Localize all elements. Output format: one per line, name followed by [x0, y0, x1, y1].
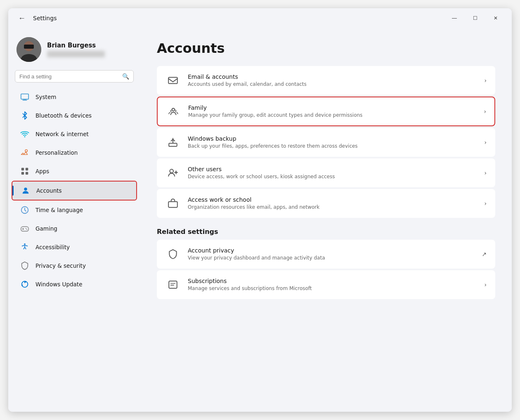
user-name: Brian Burgess [47, 42, 105, 49]
other-users-chevron: › [484, 170, 487, 176]
subscriptions-title: Subscriptions [188, 278, 477, 284]
avatar [17, 37, 41, 62]
svg-rect-9 [21, 168, 24, 170]
sidebar-item-network[interactable]: Network & internet [12, 125, 137, 143]
titlebar-controls: — ☐ ✕ [445, 12, 505, 25]
sidebar-item-accessibility[interactable]: Accessibility [12, 238, 137, 256]
svg-point-7 [24, 136, 26, 137]
account-privacy-text: Account privacy View your privacy dashbo… [188, 247, 474, 262]
sidebar-item-accounts[interactable]: Accounts [12, 181, 137, 201]
sidebar-item-system[interactable]: System [12, 88, 137, 106]
maximize-button[interactable]: ☐ [466, 12, 485, 25]
family-text: Family Manage your family group, edit ac… [188, 104, 476, 119]
update-icon [20, 279, 30, 289]
sidebar-item-privacy[interactable]: Privacy & security [12, 257, 137, 275]
windows-backup-text: Windows backup Back up your files, apps,… [188, 135, 477, 150]
sidebar-label-bluetooth: Bluetooth & devices [35, 112, 92, 119]
email-accounts-title: Email & accounts [188, 73, 477, 80]
access-work-text: Access work or school Organization resou… [188, 196, 477, 211]
user-email [47, 51, 105, 57]
sidebar-label-time: Time & language [35, 207, 83, 213]
svg-rect-20 [169, 143, 177, 146]
system-icon [20, 92, 30, 102]
other-users-icon [165, 165, 180, 180]
sidebar-label-accounts: Accounts [36, 187, 62, 194]
sidebar-item-bluetooth[interactable]: Bluetooth & devices [12, 106, 137, 125]
sidebar-label-apps: Apps [35, 168, 49, 175]
sidebar-label-accessibility: Accessibility [35, 244, 70, 250]
svg-rect-10 [26, 168, 28, 170]
privacy-icon [20, 261, 30, 271]
nav-list: SystemBluetooth & devicesNetwork & inter… [8, 87, 140, 294]
setting-card-access-work[interactable]: Access work or school Organization resou… [157, 189, 495, 218]
subscriptions-chevron: › [484, 281, 487, 288]
windows-backup-icon [165, 135, 180, 150]
svg-point-22 [170, 169, 173, 173]
sidebar-label-personalization: Personalization [35, 149, 78, 156]
user-info: Brian Burgess [47, 42, 105, 57]
search-box[interactable]: 🔍 [15, 70, 134, 83]
email-accounts-icon [165, 73, 180, 88]
subscriptions-icon [165, 277, 180, 292]
setting-card-other-users[interactable]: Other users Device access, work or schoo… [157, 158, 495, 187]
search-input[interactable] [19, 73, 119, 80]
windows-backup-chevron: › [484, 139, 487, 146]
sidebar-label-gaming: Gaming [35, 225, 57, 232]
access-work-chevron: › [484, 200, 487, 207]
gaming-icon [20, 224, 30, 234]
setting-card-account-privacy[interactable]: Account privacy View your privacy dashbo… [157, 240, 495, 269]
sidebar-item-gaming[interactable]: Gaming [12, 219, 137, 238]
windows-backup-desc: Back up your files, apps, preferences to… [188, 143, 477, 150]
account-privacy-external-icon: ↗ [482, 251, 487, 257]
setting-card-subscriptions[interactable]: Subscriptions Manage services and subscr… [157, 270, 495, 299]
user-profile: Brian Burgess [8, 33, 140, 68]
svg-rect-19 [168, 77, 177, 83]
family-desc: Manage your family group, edit account t… [188, 112, 476, 119]
other-users-text: Other users Device access, work or schoo… [188, 166, 477, 180]
sidebar-item-apps[interactable]: Apps [12, 162, 137, 180]
other-users-title: Other users [188, 166, 477, 172]
family-icon [166, 104, 181, 119]
sidebar: Brian Burgess 🔍 SystemBluetooth & device… [8, 28, 140, 412]
related-settings-list: Account privacy View your privacy dashbo… [157, 240, 495, 299]
access-work-title: Access work or school [188, 196, 477, 203]
titlebar: ← Settings — ☐ ✕ [8, 8, 512, 28]
back-button[interactable]: ← [15, 12, 29, 24]
sidebar-label-privacy: Privacy & security [35, 262, 86, 269]
close-button[interactable]: ✕ [486, 12, 505, 25]
sidebar-label-system: System [35, 94, 56, 100]
related-settings-title: Related settings [157, 228, 495, 236]
email-accounts-desc: Accounts used by email, calendar, and co… [188, 81, 477, 88]
sidebar-item-time[interactable]: Time & language [12, 201, 137, 219]
accessibility-icon [20, 242, 30, 252]
family-title: Family [188, 104, 476, 111]
subscriptions-text: Subscriptions Manage services and subscr… [188, 278, 477, 292]
sidebar-item-update[interactable]: Windows Update [12, 275, 137, 293]
access-work-icon [165, 196, 180, 211]
content-area: Brian Burgess 🔍 SystemBluetooth & device… [8, 28, 512, 412]
setting-card-email-accounts[interactable]: Email & accounts Accounts used by email,… [157, 66, 495, 95]
network-icon [20, 129, 30, 139]
access-work-desc: Organization resources like email, apps,… [188, 204, 477, 211]
setting-card-windows-backup[interactable]: Windows backup Back up your files, apps,… [157, 128, 495, 157]
titlebar-left: ← Settings [15, 12, 57, 24]
svg-rect-24 [169, 281, 177, 288]
sidebar-item-personalization[interactable]: Personalization [12, 144, 137, 162]
svg-point-18 [24, 243, 26, 245]
account-privacy-desc: View your privacy dashboard and manage a… [188, 255, 474, 262]
search-icon: 🔍 [122, 73, 129, 80]
settings-list: Email & accounts Accounts used by email,… [157, 66, 495, 218]
svg-point-17 [26, 229, 27, 230]
page-title: Accounts [157, 40, 495, 56]
main-content: Accounts Email & accounts Accounts used … [140, 28, 512, 412]
svg-rect-15 [21, 227, 28, 231]
personalization-icon [20, 148, 30, 158]
svg-point-16 [26, 228, 26, 229]
account-privacy-title: Account privacy [188, 247, 474, 254]
other-users-desc: Device access, work or school users, kio… [188, 173, 477, 180]
minimize-button[interactable]: — [445, 12, 464, 25]
setting-card-family[interactable]: Family Manage your family group, edit ac… [157, 97, 495, 126]
time-icon [20, 205, 30, 215]
sidebar-label-update: Windows Update [35, 281, 82, 288]
bluetooth-icon [20, 111, 30, 120]
